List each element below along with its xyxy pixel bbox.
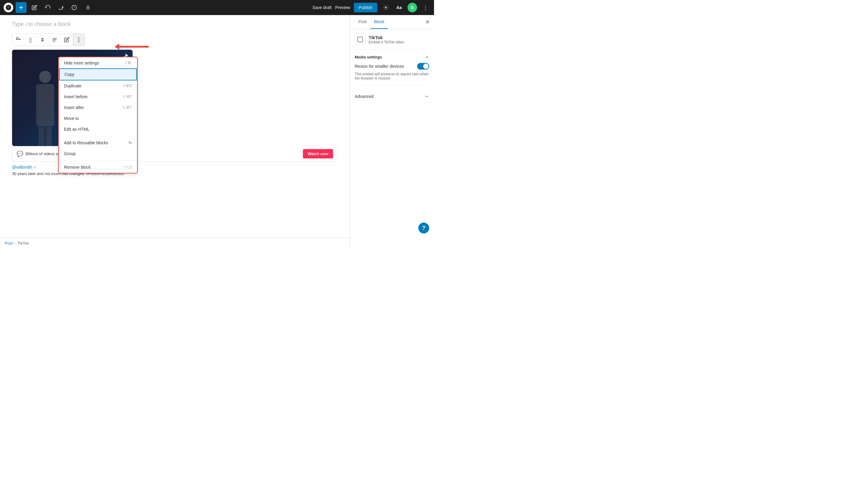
block-info: TikTok Embed a TikTok video. [355,34,429,45]
more-options-button[interactable]: ⋮ [421,3,430,12]
move-up-down-button[interactable] [37,34,48,46]
info-button[interactable] [69,2,80,13]
verified-icon: ✓ [33,165,37,170]
media-settings-title: Media settings [355,55,429,59]
duplicate-menu-item[interactable]: Duplicate ⇧⌘D [59,81,137,91]
toggle-knob [423,63,429,69]
resize-toggle[interactable] [417,63,429,70]
divider-2 [355,85,429,86]
redo-button[interactable] [55,2,66,13]
topbar-right: Save draft Preview Publish Aa G ⋮ [312,3,430,12]
settings-button[interactable] [381,3,391,12]
edit-html-menu-item[interactable]: Edit as HTML [59,124,137,134]
group-menu-item[interactable]: Group [59,148,137,159]
watch-now-button[interactable]: Watch now [303,149,333,158]
svg-text:W: W [7,6,10,9]
svg-rect-5 [358,37,363,42]
breadcrumb-post-link[interactable]: Post [5,241,13,245]
help-button[interactable]: ? [418,223,429,233]
reusable-icon: ↻ [128,140,132,145]
block-name-desc: TikTok Embed a TikTok video. [368,35,405,44]
resize-description: This embed will preserve its aspect rati… [355,72,429,81]
tab-post[interactable]: Post [355,15,370,29]
hide-settings-menu-item[interactable]: Hide more settings ⇧⌘, [59,58,137,68]
edit-button[interactable] [29,2,40,13]
context-menu: Hide more settings ⇧⌘, Copy Duplicate ⇧⌘… [59,57,137,173]
list-view-button[interactable] [82,2,93,13]
add-reusable-menu-item[interactable]: Add to Reusable blocks ↻ [59,137,137,148]
block-toolbar: ⣿ ⋮ [12,33,85,46]
undo-button[interactable] [42,2,53,13]
tiktok-footer-icon: 💬 [17,151,23,157]
save-draft-button[interactable]: Save draft [312,5,332,10]
tiktok-block-icon [355,34,366,45]
tab-block[interactable]: Block [370,15,388,29]
text-size-button[interactable]: Aa [394,3,404,12]
edit-pencil-button[interactable] [60,34,73,46]
drag-handle-button[interactable]: ⣿ [24,34,37,46]
wp-logo: W [4,3,13,12]
sidebar: Post Block ✕ TikTok Embed a TikTok video… [350,15,434,248]
resize-toggle-row: Resize for smaller devices [355,63,429,70]
publish-button[interactable]: Publish [354,3,377,12]
align-button[interactable] [48,34,60,46]
block-desc: Embed a TikTok video. [368,40,405,44]
breadcrumb: Post › TikTok [0,238,350,248]
sidebar-close-button[interactable]: ✕ [423,18,432,26]
svg-rect-4 [16,38,18,40]
editor-area: Type / to choose a block ⣿ ⋮ [0,15,350,248]
menu-divider-2 [59,160,137,160]
user-avatar[interactable]: G [407,3,417,12]
advanced-section[interactable]: Advanced [355,90,429,102]
chevron-down-icon [424,94,429,99]
advanced-label: Advanced [355,94,374,99]
block-placeholder: Type / to choose a block [12,21,338,27]
copy-menu-item[interactable]: Copy [59,68,137,81]
main-layout: Type / to choose a block ⣿ ⋮ [0,15,434,248]
insert-after-menu-item[interactable]: Insert after ⌥⌘Y [59,102,137,113]
breadcrumb-current: TikTok [17,241,29,245]
preview-button[interactable]: Preview [335,5,350,10]
topbar: W Save draft Preview Publish Aa G ⋮ [0,0,434,15]
menu-divider-1 [59,136,137,136]
change-block-type-button[interactable] [12,34,24,46]
insert-before-menu-item[interactable]: Insert before ⌥⌘T [59,91,137,102]
resize-label: Resize for smaller devices [355,64,404,69]
sidebar-content: TikTok Embed a TikTok video. Media setti… [350,29,434,248]
arrow-line [119,46,149,47]
remove-block-menu-item[interactable]: Remove block ^⌥Z [59,162,137,173]
move-to-menu-item[interactable]: Move to [59,113,137,124]
arrow-annotation [114,44,149,50]
video-person [30,71,60,146]
more-block-options-button[interactable]: ⋮ [73,34,85,46]
block-name: TikTok [368,35,405,40]
svg-point-3 [385,7,387,9]
sidebar-tabs: Post Block ✕ [350,15,434,29]
add-block-button[interactable] [16,2,27,13]
breadcrumb-separator: › [14,241,16,245]
